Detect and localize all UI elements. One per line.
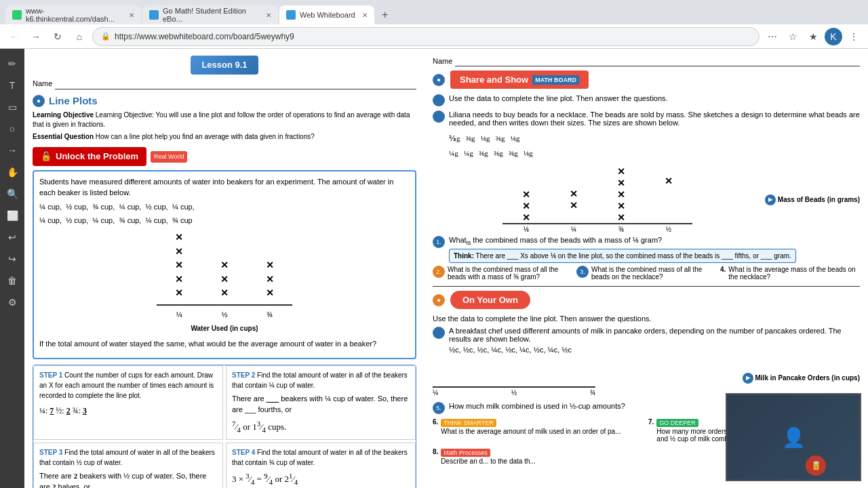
think-box: Think: There are ___ Xs above ⅛ on the l… bbox=[449, 249, 796, 263]
question6-row: 6. THINK SMARTER What is the average amo… bbox=[433, 418, 644, 443]
beads-plot-container: ✕✕✕ ✕✕ ✕✕✕✕✕ bbox=[433, 166, 860, 233]
water-axis-label: Water Used (in cups) bbox=[191, 324, 258, 333]
redo-tool[interactable]: ↪ bbox=[3, 249, 22, 268]
share-show-banner: Share and Show MATH BOARD bbox=[450, 70, 589, 89]
circle-tool[interactable]: ○ bbox=[3, 119, 22, 138]
tools-sidebar: ✏ T ▭ ○ → ✋ 🔍 ⬜ ↩ ↪ 🗑 ⚙ bbox=[0, 49, 24, 488]
question3-row: 3. What is the combined mass of all the … bbox=[576, 266, 716, 281]
q5-circle: 5. bbox=[433, 402, 445, 414]
real-world-badge: Real World bbox=[151, 151, 187, 163]
question6-text: What is the average amount of milk used … bbox=[441, 428, 620, 435]
tab-3-close[interactable]: ✕ bbox=[362, 12, 368, 19]
audio-btn-milk[interactable]: ▶ bbox=[743, 373, 753, 384]
milk-plot: ¼½¾ bbox=[433, 359, 740, 396]
right-name-section: Name bbox=[433, 56, 860, 66]
q8-num: 8. bbox=[433, 448, 438, 455]
questions-234-grid: 2. What is the combined mass of all the … bbox=[433, 266, 860, 281]
q6-num: 6. bbox=[433, 418, 438, 426]
avg-question: If the total amount of water stayed the … bbox=[39, 339, 410, 349]
hand-tool[interactable]: ✋ bbox=[3, 163, 22, 182]
problem-text: Students have measured different amounts… bbox=[39, 177, 410, 198]
oyo-circle: ● bbox=[433, 294, 445, 306]
new-tab-button[interactable]: + bbox=[376, 5, 395, 24]
profile-button[interactable]: K bbox=[825, 28, 842, 45]
back-button[interactable]: ← bbox=[5, 28, 23, 45]
math-board-label: MATH BOARD bbox=[532, 75, 579, 85]
chef-circle bbox=[433, 327, 445, 339]
step2-work: There are ___ beakers with ¼ cup of wate… bbox=[232, 393, 410, 415]
q2-circle: 2. bbox=[433, 266, 445, 278]
tab-1[interactable]: www-k6.thinkcentral.com/dash... ✕ bbox=[5, 5, 141, 24]
left-worksheet-panel: Lesson 9.1 Name ● Line Plots Learning Ob… bbox=[24, 49, 425, 488]
menu-button[interactable]: ⋮ bbox=[845, 28, 863, 45]
instruction2: Use the data to complete the line plot. … bbox=[433, 314, 860, 323]
problem-box: Students have measured different amounts… bbox=[33, 170, 416, 359]
settings-tool[interactable]: ⚙ bbox=[3, 293, 22, 312]
question3-text: What is the combined mass of all the bea… bbox=[591, 266, 716, 281]
right-name-field[interactable] bbox=[455, 56, 860, 66]
refresh-button[interactable]: ↻ bbox=[49, 28, 66, 45]
q4-num: 4. bbox=[720, 266, 726, 273]
share-circle: ● bbox=[433, 74, 445, 86]
q3-circle: 3. bbox=[576, 266, 589, 278]
section-divider bbox=[433, 286, 860, 287]
tab-1-close[interactable]: ✕ bbox=[129, 12, 134, 19]
tab-bar: www-k6.thinkcentral.com/dash... ✕ Go Mat… bbox=[0, 0, 868, 24]
tab-1-label: www-k6.thinkcentral.com/dash... bbox=[26, 7, 122, 23]
forward-button[interactable]: → bbox=[27, 28, 45, 45]
fractions-row2: ¼ cup, ½ cup, ¼ cup, ¾ cup, ¼ cup, ¾ cup bbox=[39, 216, 410, 226]
text-tool[interactable]: T bbox=[3, 76, 22, 95]
step1-work: ¼: 7 ½: 2 ¾: 3 bbox=[39, 405, 217, 417]
learning-objective: Learning Objective Learning Objective: Y… bbox=[33, 110, 416, 129]
tab-2-close[interactable]: ✕ bbox=[266, 12, 271, 19]
arrow-tool[interactable]: → bbox=[3, 141, 22, 160]
step2-cell: STEP 2 Find the total amount of water in… bbox=[226, 365, 416, 440]
tab-3-label: Web Whiteboard bbox=[300, 11, 355, 19]
favorites-button[interactable]: ☆ bbox=[784, 28, 802, 45]
url-text: https://www.webwhiteboard.com/board/5wey… bbox=[115, 32, 294, 41]
question6-content: THINK SMARTER What is the average amount… bbox=[441, 418, 620, 435]
pencil-tool[interactable]: ✏ bbox=[3, 54, 22, 73]
chef-problem: A breakfast chef used different amounts … bbox=[449, 327, 860, 343]
milk-plot-container: ¼½¾ ▶ Milk in Pancake Orders (in cups) bbox=[433, 359, 860, 396]
question1-row: 1. Whatis the combined mass of the beads… bbox=[433, 236, 860, 263]
beads-problem-row: Liliana needs to buy beads for a necklac… bbox=[433, 110, 860, 127]
name-section: Name bbox=[33, 79, 416, 89]
bookmark-button[interactable]: ★ bbox=[804, 28, 822, 45]
rectangle-tool[interactable]: ▭ bbox=[3, 98, 22, 117]
essential-question: Essential Question How can a line plot h… bbox=[33, 132, 416, 142]
on-your-own-section: ● On Your Own bbox=[433, 291, 860, 309]
line-plot-xmarks: ✕✕✕✕✕ ✕✕ ✕✕✕ ✕✕ ✕✕✕ bbox=[39, 231, 410, 333]
unlock-banner: 🔓 Unlock the Problem bbox=[33, 147, 146, 166]
beads-axis bbox=[502, 223, 692, 224]
beads-circle bbox=[433, 110, 445, 123]
question4-text: What is the average mass of the beads on… bbox=[728, 266, 860, 281]
question2-row: 2. What is the combined mass of all the … bbox=[433, 266, 572, 281]
audio-btn-mass[interactable]: ▶ bbox=[765, 195, 776, 205]
instruction1-circle bbox=[433, 94, 445, 106]
step3-work: There are 2 beakers with ½ cup of water.… bbox=[39, 470, 217, 488]
home-button[interactable]: ⌂ bbox=[71, 28, 88, 45]
webcam-person: 👤 bbox=[727, 394, 860, 480]
browser-chrome: www-k6.thinkcentral.com/dash... ✕ Go Mat… bbox=[0, 0, 868, 49]
tab-2-favicon bbox=[149, 10, 159, 20]
share-show-section: ● Share and Show MATH BOARD bbox=[433, 70, 860, 89]
undo-tool[interactable]: ↩ bbox=[3, 228, 22, 247]
steps-grid: STEP 1 Count the number of cups for each… bbox=[33, 365, 416, 488]
address-bar[interactable]: 🔒 https://www.webwhiteboard.com/board/5w… bbox=[92, 27, 760, 46]
name-field[interactable] bbox=[55, 79, 416, 89]
tab-2[interactable]: Go Math! Student Edition eBo... ✕ bbox=[142, 5, 278, 24]
step3-cell: STEP 3 Find the total amount of water in… bbox=[33, 443, 223, 488]
q7-num: 7. bbox=[648, 418, 654, 426]
eraser-tool[interactable]: ⬜ bbox=[3, 206, 22, 225]
question8-text: Describe an d... to the data th... bbox=[441, 458, 536, 465]
extensions-button[interactable]: ⋯ bbox=[764, 28, 781, 45]
tab-3[interactable]: Web Whiteboard ✕ bbox=[279, 5, 374, 24]
beads-axis-labels: ⅛¼⅜½ bbox=[502, 226, 692, 233]
zoom-tool[interactable]: 🔍 bbox=[3, 184, 22, 203]
line-plots-title: Line Plots bbox=[49, 94, 98, 108]
webcam-overlay: 👤 🥫 bbox=[726, 393, 861, 481]
delete-tool[interactable]: 🗑 bbox=[3, 271, 22, 290]
instruction1-row: Use the data to complete the line plot. … bbox=[433, 94, 860, 106]
chef-problem-row: A breakfast chef used different amounts … bbox=[433, 327, 860, 343]
